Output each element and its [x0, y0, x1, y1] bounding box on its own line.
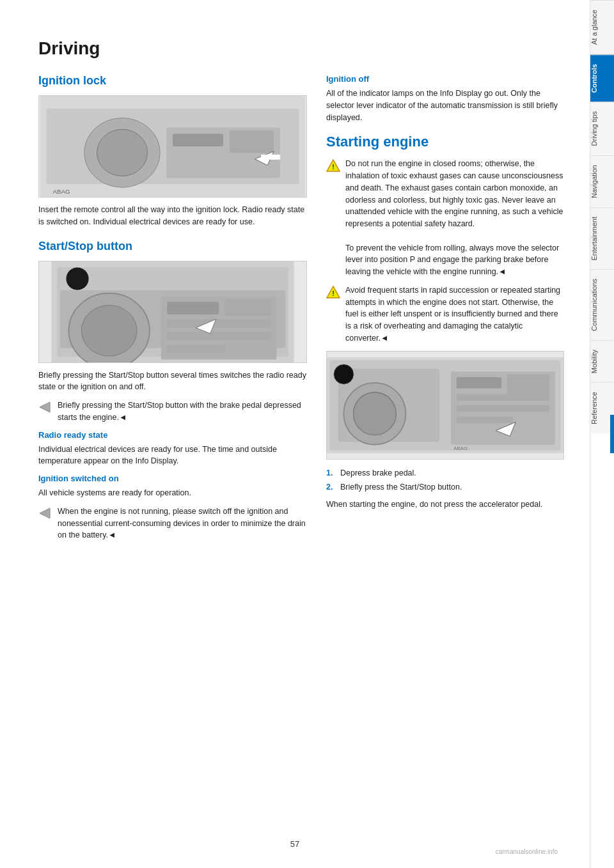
step-1: 1. Depress brake pedal.	[326, 467, 564, 479]
main-content: Driving Ignition lock	[0, 0, 590, 868]
svg-rect-8	[261, 155, 280, 160]
closing-note: When starting the engine, do not press t…	[326, 499, 564, 511]
svg-point-3	[97, 129, 148, 176]
warning-box-1: ! Do not run the engine in closed rooms;…	[326, 158, 564, 278]
sidebar-tab-at-a-glance[interactable]: At a glance	[590, 0, 614, 54]
two-column-layout: Ignition lock ABAG	[38, 74, 564, 548]
svg-point-22	[68, 268, 88, 288]
svg-point-14	[81, 305, 137, 355]
chapter-title: Driving	[38, 38, 564, 59]
step-2: 2. Briefly press the Start/Stop button.	[326, 481, 564, 493]
ignition-lock-body: Insert the remote control all the way in…	[38, 204, 307, 228]
ignition-off-title: Ignition off	[326, 74, 564, 84]
svg-text:!: !	[332, 163, 335, 171]
svg-rect-16	[167, 302, 219, 314]
starting-engine-image: ABAG	[326, 351, 564, 460]
chapter-sidebar: At a glance Controls Driving tips Naviga…	[590, 0, 614, 868]
radio-ready-title: Radio ready state	[38, 430, 307, 440]
sidebar-tab-controls[interactable]: Controls	[590, 54, 614, 102]
ignition-off-body: All of the indicator lamps on the Info D…	[326, 88, 564, 123]
svg-rect-40	[457, 416, 513, 423]
ignition-on-title: Ignition switched on	[38, 474, 307, 483]
sidebar-tab-driving-tips[interactable]: Driving tips	[590, 102, 614, 155]
starting-engine-title: Starting engine	[326, 134, 564, 150]
sidebar-tab-communications[interactable]: Communications	[590, 269, 614, 340]
note-triangle-icon-2	[38, 506, 52, 520]
start-stop-note: Briefly pressing the Start/Stop button w…	[58, 399, 307, 424]
start-stop-title: Start/Stop button	[38, 240, 307, 253]
svg-point-34	[353, 392, 396, 435]
ignition-lock-title: Ignition lock	[38, 74, 307, 88]
note-triangle-icon	[38, 400, 52, 414]
warning-box-2: ! Avoid frequent starts in rapid success…	[326, 284, 564, 345]
warning-text-2: Avoid frequent starts in rapid successio…	[345, 284, 564, 345]
svg-point-41	[334, 364, 354, 384]
watermark: carmanualsonline.info	[496, 848, 558, 855]
left-column: Ignition lock ABAG	[38, 74, 307, 548]
svg-text:ABAG: ABAG	[52, 188, 70, 195]
warning-triangle-icon-1: !	[326, 159, 340, 173]
warning-text-1: Do not run the engine in closed rooms; o…	[345, 158, 564, 278]
svg-rect-19	[167, 332, 271, 341]
svg-text:!: !	[332, 290, 335, 297]
svg-marker-25	[40, 508, 50, 518]
svg-rect-6	[230, 130, 274, 153]
svg-marker-24	[40, 402, 50, 412]
ignition-on-note: When the engine is not running, please s…	[58, 506, 307, 541]
sidebar-tab-navigation[interactable]: Navigation	[590, 155, 614, 207]
steps-list: 1. Depress brake pedal. 2. Briefly press…	[326, 467, 564, 494]
start-stop-image	[38, 261, 307, 363]
svg-rect-18	[167, 319, 271, 328]
start-stop-note-box: Briefly pressing the Start/Stop button w…	[38, 399, 307, 424]
ignition-on-note-box: When the engine is not running, please s…	[38, 506, 307, 541]
right-column: Ignition off All of the indicator lamps …	[326, 74, 564, 548]
svg-rect-37	[507, 374, 549, 394]
svg-rect-38	[457, 394, 549, 401]
ignition-on-body: All vehicle systems are ready for operat…	[38, 487, 307, 499]
radio-ready-body: Individual electrical devices are ready …	[38, 444, 307, 468]
svg-rect-20	[167, 345, 224, 353]
start-stop-body: Briefly pressing the Start/Stop button s…	[38, 369, 307, 394]
ignition-lock-image: ABAG	[38, 95, 307, 198]
warning-triangle-icon-2: !	[326, 285, 340, 299]
sidebar-tab-entertainment[interactable]: Entertainment	[590, 207, 614, 269]
page-position-marker	[610, 415, 614, 453]
svg-rect-39	[457, 405, 549, 412]
svg-rect-5	[173, 134, 223, 146]
page-number: 57	[290, 839, 299, 849]
svg-rect-36	[457, 376, 501, 388]
svg-text:ABAG: ABAG	[453, 446, 468, 451]
starting-engine-section: Starting engine	[326, 134, 564, 150]
svg-rect-17	[224, 298, 271, 316]
sidebar-tab-mobility[interactable]: Mobility	[590, 340, 614, 382]
start-stop-divider: Start/Stop button	[38, 240, 307, 253]
